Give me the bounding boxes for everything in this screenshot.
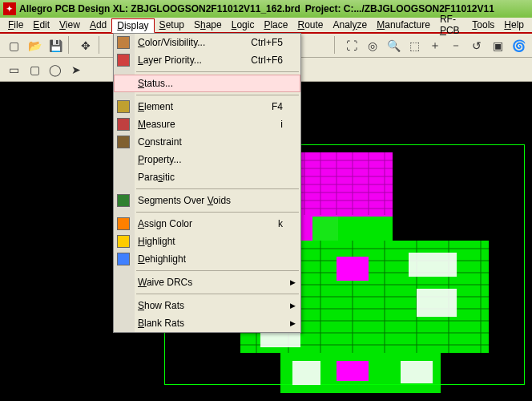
zoom-all-icon[interactable]: ⛶ bbox=[342, 36, 361, 55]
element-icon bbox=[117, 100, 130, 113]
display-menu-dropdown: Color/Visibility...Ctrl+F5Layer Priority… bbox=[113, 33, 301, 333]
zoom-center-icon[interactable]: ◎ bbox=[363, 36, 382, 55]
menu-item-color-visibility[interactable]: Color/Visibility...Ctrl+F5 bbox=[114, 34, 300, 51]
dehighlight-icon bbox=[117, 253, 130, 265]
menu-item-shortcut: F4 bbox=[272, 101, 283, 112]
menu-logic[interactable]: Logic bbox=[227, 18, 260, 31]
menu-view[interactable]: View bbox=[54, 18, 85, 31]
menu-item-label: Property... bbox=[138, 154, 283, 165]
menu-item-label: Blank Rats bbox=[138, 318, 283, 329]
menu-separator bbox=[136, 212, 299, 213]
menu-edit[interactable]: Edit bbox=[28, 18, 54, 31]
menu-item-segments-over-voids[interactable]: Segments Over Voids bbox=[114, 192, 300, 209]
menu-item-property[interactable]: Property... bbox=[114, 151, 300, 168]
app-title: Allegro PCB Design XL: ZBJGLOOGSON2F1101… bbox=[19, 3, 300, 14]
highlight-icon bbox=[117, 235, 130, 248]
menu-item-blank-rats[interactable]: Blank Rats▶ bbox=[114, 314, 300, 332]
zoom-in-icon[interactable]: ＋ bbox=[425, 36, 445, 55]
menu-rf-pcb[interactable]: RF-PCB bbox=[435, 13, 467, 37]
menu-item-label: Dehighlight bbox=[138, 253, 283, 265]
menu-item-label: Color/Visibility... bbox=[138, 37, 251, 48]
menu-separator bbox=[136, 95, 299, 95]
layers-icon bbox=[117, 54, 130, 67]
menu-add[interactable]: Add bbox=[85, 18, 111, 31]
menu-file[interactable]: File bbox=[3, 18, 28, 31]
open-icon[interactable]: 📂 bbox=[25, 36, 44, 55]
menu-item-label: Status... bbox=[138, 78, 283, 89]
svg-rect-30 bbox=[337, 361, 369, 381]
menu-item-shortcut: k bbox=[278, 218, 283, 229]
menu-route[interactable]: Route bbox=[292, 18, 328, 31]
toolbar-separator bbox=[68, 36, 73, 54]
zoom-out-icon[interactable]: － bbox=[446, 36, 466, 55]
submenu-arrow-icon: ▶ bbox=[290, 302, 296, 310]
select-icon[interactable]: ➤ bbox=[66, 60, 86, 79]
menu-tools[interactable]: Tools bbox=[467, 18, 499, 31]
assign-color-icon bbox=[117, 217, 130, 230]
zoom-window-icon[interactable]: 🔍 bbox=[384, 36, 403, 55]
save-icon[interactable]: 💾 bbox=[46, 36, 65, 55]
submenu-arrow-icon: ▶ bbox=[290, 278, 296, 286]
menu-item-waive-drcs[interactable]: Waive DRCs▶ bbox=[114, 273, 300, 291]
menu-item-shortcut: i bbox=[280, 119, 283, 130]
menu-analyze[interactable]: Analyze bbox=[328, 18, 372, 31]
menu-item-label: Parasitic bbox=[138, 172, 283, 183]
svg-rect-22 bbox=[409, 253, 457, 277]
menu-shape[interactable]: Shape bbox=[189, 18, 227, 31]
menu-item-show-rats[interactable]: Show Rats▶ bbox=[114, 297, 300, 314]
menu-item-measure[interactable]: Measurei bbox=[114, 115, 300, 133]
zoom-prev-icon[interactable]: ↺ bbox=[467, 36, 486, 55]
svg-rect-27 bbox=[401, 361, 433, 383]
svg-rect-28 bbox=[337, 257, 369, 281]
new-icon[interactable]: ▢ bbox=[4, 36, 23, 55]
toolbar-separator bbox=[334, 36, 339, 54]
menu-item-shortcut: Ctrl+F5 bbox=[251, 37, 283, 48]
menu-item-shortcut: Ctrl+F6 bbox=[251, 55, 283, 66]
menu-separator bbox=[136, 270, 299, 271]
menu-help[interactable]: Help bbox=[499, 18, 529, 31]
toolbar-separator bbox=[99, 36, 103, 54]
svg-rect-26 bbox=[292, 361, 320, 385]
menu-item-parasitic[interactable]: Parasitic bbox=[114, 168, 300, 186]
zoom-fit-icon[interactable]: ⬚ bbox=[405, 36, 424, 55]
menu-setup[interactable]: Setup bbox=[155, 18, 189, 31]
constraint-icon bbox=[117, 136, 130, 148]
menu-separator bbox=[136, 71, 299, 72]
submenu-arrow-icon: ▶ bbox=[290, 319, 296, 327]
menu-item-label: Measure bbox=[138, 119, 280, 130]
menu-item-assign-color[interactable]: Assign Colork bbox=[114, 215, 300, 233]
menu-item-label: Segments Over Voids bbox=[138, 195, 283, 206]
app-icon: ✦ bbox=[3, 2, 16, 15]
menubar: FileEditViewAddDisplaySetupShapeLogicPla… bbox=[0, 18, 532, 34]
menu-item-layer-priority[interactable]: Layer Priority...Ctrl+F6 bbox=[114, 51, 300, 69]
menu-item-label: Assign Color bbox=[138, 218, 278, 229]
menu-item-label: Constraint bbox=[138, 136, 283, 148]
menu-item-label: Show Rats bbox=[138, 300, 283, 311]
circle-icon[interactable]: ◯ bbox=[46, 60, 65, 79]
measure-icon bbox=[117, 118, 130, 131]
menu-separator bbox=[136, 188, 299, 189]
menu-display[interactable]: Display bbox=[111, 18, 154, 33]
refresh-icon[interactable]: 🌀 bbox=[509, 36, 528, 55]
menu-item-label: Waive DRCs bbox=[138, 277, 283, 288]
menu-item-highlight[interactable]: Highlight bbox=[114, 233, 300, 250]
menu-item-constraint[interactable]: Constraint bbox=[114, 133, 300, 151]
menu-item-label: Layer Priority... bbox=[138, 55, 251, 66]
move-icon[interactable]: ✥ bbox=[76, 36, 95, 55]
zoom-sel-icon[interactable]: ▣ bbox=[488, 36, 507, 55]
rect-icon[interactable]: ▭ bbox=[4, 60, 23, 79]
segments-icon bbox=[117, 194, 130, 207]
roundrect-icon[interactable]: ▢ bbox=[25, 60, 44, 79]
menu-place[interactable]: Place bbox=[259, 18, 292, 31]
menu-item-label: Highlight bbox=[138, 236, 283, 247]
menu-item-label: Element bbox=[138, 101, 272, 112]
menu-item-dehighlight[interactable]: Dehighlight bbox=[114, 250, 300, 268]
menu-item-element[interactable]: ElementF4 bbox=[114, 98, 300, 115]
palette-icon bbox=[117, 36, 130, 49]
menu-item-status[interactable]: Status... bbox=[114, 75, 300, 92]
menu-manufacture[interactable]: Manufacture bbox=[372, 18, 435, 31]
svg-rect-23 bbox=[417, 289, 457, 317]
menu-separator bbox=[136, 294, 299, 294]
